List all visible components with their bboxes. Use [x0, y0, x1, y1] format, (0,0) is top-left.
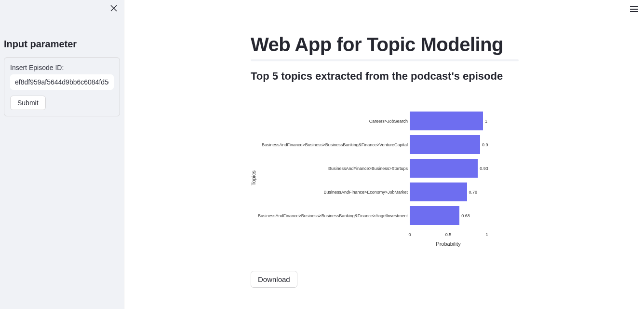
sidebar-content: Input parameter Insert Episode ID: Submi…	[4, 4, 120, 116]
bar	[410, 112, 483, 130]
download-button[interactable]: Download	[251, 271, 297, 288]
x-tick: 0	[408, 232, 411, 237]
submit-button[interactable]: Submit	[10, 96, 46, 110]
bar	[410, 159, 478, 178]
bar-category-label: BusinessAndFinance>Business>Startups	[328, 166, 408, 171]
bar-row: BusinessAndFinance>Business>Startups 0.9…	[410, 159, 487, 178]
close-icon	[110, 5, 117, 14]
sidebar: Input parameter Insert Episode ID: Submi…	[0, 0, 124, 309]
bar-value-label: 0.68	[461, 213, 470, 218]
bar-value-label: 0.93	[480, 166, 488, 171]
bar-value-label: 1	[485, 119, 487, 124]
bar	[410, 206, 459, 225]
episode-id-label: Insert Episode ID:	[10, 64, 114, 71]
bar-value-label: 0.9	[482, 142, 488, 147]
bar-row: BusinessAndFinance>Economy>JobMarket 0.7…	[410, 183, 487, 201]
sub-heading: Top 5 topics extracted from the podcast'…	[251, 70, 521, 83]
page-title: Web App for Topic Modeling	[251, 34, 521, 56]
main-content: Web App for Topic Modeling Top 5 topics …	[124, 0, 644, 309]
bar-value-label: 0.78	[469, 190, 478, 195]
x-ticks: 0 0.5 1	[410, 232, 487, 238]
bar-category-label: BusinessAndFinance>Business>BusinessBank…	[258, 213, 408, 218]
bar-row: BusinessAndFinance>Business>BusinessBank…	[410, 135, 487, 154]
y-axis-label: Topics	[251, 170, 256, 185]
bars-container: Careers>JobSearch 1 BusinessAndFinance>B…	[410, 112, 487, 232]
title-divider	[251, 59, 519, 61]
x-tick: 0.5	[445, 232, 452, 237]
bar	[410, 135, 480, 154]
bar	[410, 183, 467, 201]
bar-category-label: BusinessAndFinance>Business>BusinessBank…	[262, 142, 408, 147]
episode-id-input[interactable]	[10, 74, 114, 90]
main-inner: Web App for Topic Modeling Top 5 topics …	[251, 34, 521, 288]
sidebar-heading: Input parameter	[4, 39, 120, 50]
bar-row: BusinessAndFinance>Business>BusinessBank…	[410, 206, 487, 225]
bar-category-label: Careers>JobSearch	[369, 119, 408, 124]
close-sidebar-button[interactable]	[108, 4, 119, 14]
input-form-card: Insert Episode ID: Submit	[4, 57, 120, 116]
bar-row: Careers>JobSearch 1	[410, 112, 487, 130]
bar-category-label: BusinessAndFinance>Economy>JobMarket	[323, 190, 408, 195]
x-tick: 1	[485, 232, 488, 237]
bar-chart: Topics Careers>JobSearch 1 BusinessAndFi…	[251, 102, 521, 256]
x-axis-label: Probability	[410, 241, 487, 247]
